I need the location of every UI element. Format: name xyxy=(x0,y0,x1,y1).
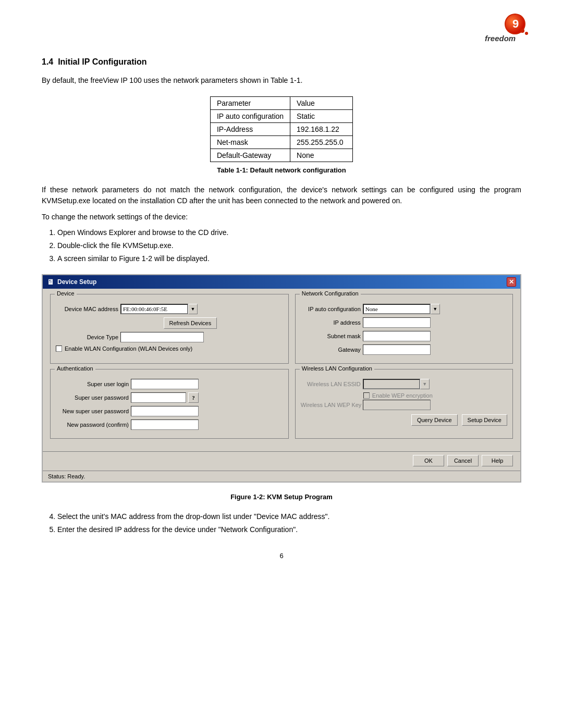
super-login-label: Super user login xyxy=(56,381,129,387)
body-paragraph: If these network parameters do not match… xyxy=(42,184,521,206)
table-row: Default-Gateway xyxy=(210,149,290,162)
svg-text:freedom: freedom xyxy=(485,34,516,43)
wlan-panel: Wireless LAN Configuration Wireless LAN … xyxy=(295,369,513,439)
gateway-row: Gateway xyxy=(301,344,507,355)
mac-address-row: Device MAC address ▼ xyxy=(56,304,283,314)
cancel-button[interactable]: Cancel xyxy=(447,455,479,466)
wlan-wep-key-row: Wireless LAN WEP Key xyxy=(301,400,507,410)
freedom9-logo: 9 freedom xyxy=(480,13,537,46)
super-pwd-label: Super user password xyxy=(56,394,129,401)
list-item: Enter the desired IP address for the dev… xyxy=(57,523,521,536)
wlan-checkbox[interactable] xyxy=(56,346,62,352)
table-row: None xyxy=(290,149,353,162)
wlan-action-buttons-row: Query Device Setup Device xyxy=(301,414,507,426)
wep-checkbox-row: Enable WEP encryption xyxy=(301,392,507,399)
confirm-pwd-row: New password (confirm) xyxy=(56,419,283,430)
dialog-title: Device Setup xyxy=(57,278,96,286)
post-steps-list: Select the unit's MAC address from the d… xyxy=(57,510,521,536)
new-pwd-row: New super user password xyxy=(56,406,283,416)
steps-list: Open Windows Explorer and browse to the … xyxy=(57,226,521,266)
table-row: Static xyxy=(290,110,353,123)
logo-area: 9 freedom xyxy=(480,13,537,48)
ip-auto-config-label: IP auto configuration xyxy=(301,306,361,312)
none-input[interactable] xyxy=(363,304,431,314)
wep-checkbox xyxy=(363,392,370,399)
mac-input[interactable] xyxy=(120,304,188,314)
status-bar: Status: Ready. xyxy=(43,471,520,482)
ip-auto-config-row: IP auto configuration ▼ xyxy=(301,304,507,314)
auth-panel: Authentication Super user login Super us… xyxy=(50,369,289,439)
config-table: Parameter Value IP auto configuration St… xyxy=(210,96,353,162)
table-row: IP auto configuration xyxy=(210,110,290,123)
subnet-mask-label: Subnet mask xyxy=(301,333,361,339)
wlan-essid-dropdown-button: ▼ xyxy=(420,379,430,389)
top-panels-row: Device Device MAC address ▼ Refresh Devi… xyxy=(50,294,513,364)
wlan-checkbox-label: Enable WLAN Configuration (WLAN Devices … xyxy=(65,346,192,352)
super-pwd-row: Super user password ? xyxy=(56,392,283,403)
gateway-input[interactable] xyxy=(363,344,431,355)
refresh-devices-button[interactable]: Refresh Devices xyxy=(164,317,217,329)
bottom-panels-row: Authentication Super user login Super us… xyxy=(50,369,513,439)
mac-label: Device MAC address xyxy=(56,306,118,312)
table-row: 192.168.1.22 xyxy=(290,123,353,136)
dialog-icon: 🖥 xyxy=(47,278,54,286)
ok-button[interactable]: OK xyxy=(413,455,444,466)
section-heading: 1.4 Initial IP Configuration xyxy=(42,57,521,67)
svg-text:9: 9 xyxy=(512,17,519,30)
device-setup-dialog: 🖥 Device Setup ✕ Device Device MAC addre… xyxy=(42,274,521,483)
table-row: IP-Address xyxy=(210,123,290,136)
svg-point-4 xyxy=(525,32,528,35)
super-pwd-input[interactable] xyxy=(131,392,186,403)
list-item: Open Windows Explorer and browse to the … xyxy=(57,226,521,239)
wlan-essid-dropdown: ▼ xyxy=(363,379,430,389)
device-panel: Device Device MAC address ▼ Refresh Devi… xyxy=(50,294,289,364)
device-type-label: Device Type xyxy=(56,334,118,340)
dialog-close-button[interactable]: ✕ xyxy=(507,277,516,287)
wlan-essid-input xyxy=(363,379,420,389)
dialog-body: Device Device MAC address ▼ Refresh Devi… xyxy=(43,289,520,449)
new-pwd-input[interactable] xyxy=(131,406,199,416)
wlan-essid-label: Wireless LAN ESSID xyxy=(301,381,361,387)
subnet-mask-input[interactable] xyxy=(363,331,431,341)
table-header-value: Value xyxy=(290,97,353,110)
intro-paragraph: By default, the freeView IP 100 uses the… xyxy=(42,75,521,86)
device-panel-title: Device xyxy=(55,290,77,297)
dialog-bottom-row: OK Cancel Help xyxy=(43,451,520,471)
table-caption: Table 1-1: Default network configuration xyxy=(42,166,521,174)
wep-checkbox-label: Enable WEP encryption xyxy=(372,392,433,399)
wlan-wep-key-input xyxy=(363,400,431,410)
mac-dropdown-button[interactable]: ▼ xyxy=(188,304,198,314)
table-row: 255.255.255.0 xyxy=(290,136,353,149)
figure-caption: Figure 1-2: KVM Setup Program xyxy=(42,493,521,501)
none-dropdown[interactable]: ▼ xyxy=(363,304,440,314)
wlan-checkbox-row: Enable WLAN Configuration (WLAN Devices … xyxy=(56,346,283,352)
confirm-pwd-label: New password (confirm) xyxy=(56,422,129,428)
ip-address-input[interactable] xyxy=(363,317,431,328)
list-item: Select the unit's MAC address from the d… xyxy=(57,510,521,523)
confirm-pwd-input[interactable] xyxy=(131,419,199,430)
ip-address-label: IP address xyxy=(301,319,361,326)
super-login-input[interactable] xyxy=(131,379,199,389)
list-item: A screen similar to Figure 1-2 will be d… xyxy=(57,252,521,265)
query-device-button[interactable]: Query Device xyxy=(411,414,458,426)
password-help-button[interactable]: ? xyxy=(188,392,199,403)
wlan-panel-title: Wireless LAN Configuration xyxy=(300,365,374,372)
network-panel-title: Network Configuration xyxy=(300,290,361,297)
help-button[interactable]: Help xyxy=(482,455,513,466)
none-dropdown-button[interactable]: ▼ xyxy=(431,304,440,314)
list-item: Double-click the file KVMSetup.exe. xyxy=(57,239,521,252)
device-type-row: Device Type xyxy=(56,332,283,342)
ip-address-row: IP address xyxy=(301,317,507,328)
setup-device-button[interactable]: Setup Device xyxy=(462,414,507,426)
mac-dropdown[interactable]: ▼ xyxy=(120,304,198,314)
wlan-wep-key-label: Wireless LAN WEP Key xyxy=(301,402,361,408)
device-type-input[interactable] xyxy=(120,332,204,342)
refresh-devices-row: Refresh Devices xyxy=(97,317,283,329)
table-header-parameter: Parameter xyxy=(210,97,290,110)
table-row: Net-mask xyxy=(210,136,290,149)
titlebar-left: 🖥 Device Setup xyxy=(47,278,96,286)
change-text: To change the network settings of the de… xyxy=(42,213,521,221)
page-number: 6 xyxy=(42,552,521,560)
svg-point-3 xyxy=(520,29,524,33)
network-config-panel: Network Configuration IP auto configurat… xyxy=(295,294,513,364)
